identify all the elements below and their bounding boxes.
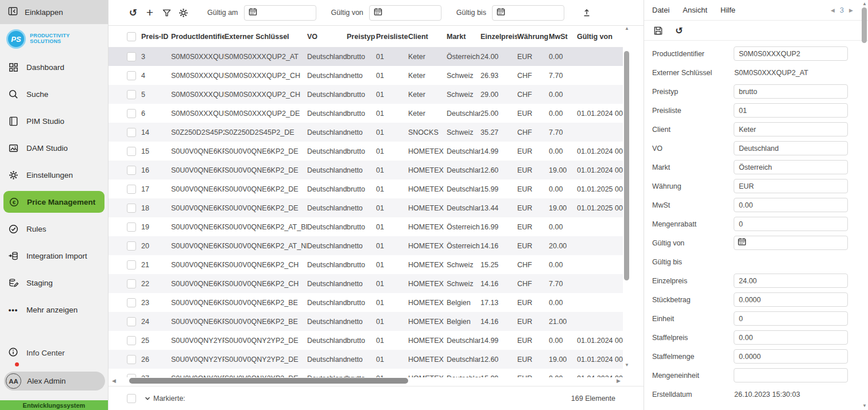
menu-datei[interactable]: Datei <box>652 6 669 14</box>
chevron-down-icon[interactable] <box>144 395 151 402</box>
column-header-productidentifier[interactable]: ProductIdentifier <box>171 33 224 41</box>
column-header-waehrung[interactable]: Währung <box>517 33 549 41</box>
filter-icon[interactable] <box>159 5 174 20</box>
sidebar-item-staging[interactable]: Staging <box>0 270 108 296</box>
scroll-down-icon[interactable]: ▼ <box>623 362 631 368</box>
sidebar-item-suche[interactable]: Suche <box>0 81 108 108</box>
table-row[interactable]: 25S0U0V0QNY2YP2S0U0V0QNY2YP2_DEDeutschla… <box>108 331 623 350</box>
settings-icon[interactable] <box>176 5 191 20</box>
footer-checkbox[interactable] <box>127 394 136 403</box>
sidebar-item-dam-studio[interactable]: DAM Studio <box>0 135 108 162</box>
menu-ansicht[interactable]: Ansicht <box>683 6 707 14</box>
panel-scrollbar[interactable]: ▲ ▼ <box>861 0 868 410</box>
row-checkbox[interactable] <box>127 166 136 175</box>
table-row[interactable]: 26S0U0V0QNY2YP2S0U0V0QNY2YP2_DEDeutschla… <box>108 350 623 369</box>
save-icon[interactable] <box>652 25 664 36</box>
row-checkbox[interactable] <box>127 204 136 213</box>
markt-input[interactable] <box>734 160 848 174</box>
gueltig-von-date-input[interactable] <box>734 236 848 250</box>
column-header-client[interactable]: Client <box>408 33 447 41</box>
column-header-preistyp[interactable]: Preistyp <box>347 33 376 41</box>
row-checkbox[interactable] <box>127 336 136 345</box>
table-row[interactable]: 21S0U0V0QNE6KP2S0U0V0QNE6KP2_CHDeutschla… <box>108 255 623 274</box>
table-row[interactable]: 23S0U0V0QNE6KP2S0U0V0QNE6KP2_BEDeutschla… <box>108 293 623 312</box>
einheit-input[interactable] <box>734 311 848 326</box>
horizontal-scrollbar-thumb[interactable] <box>129 378 408 384</box>
vo-input[interactable] <box>734 141 848 155</box>
column-header-mwst[interactable]: MwSt <box>549 33 577 41</box>
refresh-icon[interactable]: ↺ <box>673 25 685 36</box>
column-header-vo[interactable]: VO <box>307 33 347 41</box>
upload-icon[interactable] <box>579 5 594 20</box>
sidebar-item-rules[interactable]: Rules <box>0 216 108 243</box>
row-checkbox[interactable] <box>127 355 136 364</box>
menu-hilfe[interactable]: Hilfe <box>720 6 735 14</box>
sidebar-item-dashboard[interactable]: Dashboard <box>0 54 108 81</box>
column-header-einzelpreis[interactable]: Einzelpreis <box>480 33 517 41</box>
table-row[interactable]: 4S0M0S0XXXQUP2S0M0S0XXXQUP2_CHDeutschlan… <box>108 66 623 85</box>
column-header-markt[interactable]: Markt <box>447 33 480 41</box>
staffelpreis-input[interactable] <box>734 330 848 345</box>
column-header-preisliste[interactable]: Preisliste <box>376 33 408 41</box>
mengeneinheit-input[interactable] <box>734 368 848 382</box>
table-row[interactable]: 17S0U0V0QNE6KP2S0U0V0QNE6KP2_DEDeutschla… <box>108 179 623 198</box>
scroll-up-icon[interactable]: ▲ <box>623 26 631 32</box>
row-checkbox[interactable] <box>127 260 136 270</box>
sidebar-item-mehr-anzeigen[interactable]: •••Mehr anzeigen <box>0 296 108 323</box>
mwst-input[interactable] <box>734 198 848 212</box>
table-row[interactable]: 14S0Z250D2S45P2S0Z250D2S45P2_DEDeutschla… <box>108 123 623 142</box>
row-checkbox[interactable] <box>127 222 136 232</box>
table-row[interactable]: 24S0U0V0QNE6KP2S0U0V0QNE6KP2_BEDeutschla… <box>108 312 623 331</box>
user-menu[interactable]: AA Alex Admin <box>4 372 105 391</box>
row-checkbox[interactable] <box>127 147 136 156</box>
row-checkbox[interactable] <box>127 90 136 99</box>
select-all-checkbox[interactable] <box>127 32 136 41</box>
mengenrabatt-input[interactable] <box>734 217 848 231</box>
gueltig-von-date-input[interactable] <box>369 5 441 21</box>
row-checkbox[interactable] <box>127 52 136 61</box>
row-checkbox[interactable] <box>127 109 136 118</box>
waehrung-input[interactable] <box>734 179 848 193</box>
table-row[interactable]: 27S0U0V0QNY2YP2S0U0V0QNY2YP2_DEDeutschla… <box>108 369 623 377</box>
horizontal-scrollbar[interactable]: ◀ ▶ <box>111 377 625 385</box>
row-checkbox[interactable] <box>127 298 136 307</box>
panel-scrollbar-thumb[interactable] <box>862 7 867 43</box>
row-checkbox[interactable] <box>127 185 136 194</box>
scroll-down-icon[interactable]: ▼ <box>861 403 868 409</box>
client-input[interactable] <box>734 122 848 136</box>
pager-next-icon[interactable]: ▶ <box>849 7 853 13</box>
row-checkbox[interactable] <box>127 279 136 288</box>
table-row[interactable]: 16S0U0V0QNE6KP2S0U0V0QNE6KP2_DEDeutschla… <box>108 161 623 179</box>
scroll-right-icon[interactable]: ▶ <box>617 378 621 384</box>
add-icon[interactable]: + <box>142 5 157 20</box>
scroll-up-icon[interactable]: ▲ <box>861 1 868 7</box>
table-row[interactable]: 19S0U0V0QNE6KP2S0U0V0QNE6KP2_AT_BRUTTODe… <box>108 217 623 236</box>
sidebar-item-price-management[interactable]: €Price Management <box>3 191 104 213</box>
gueltig-am-date-input[interactable] <box>244 5 316 21</box>
productidentifier-input[interactable] <box>734 46 848 61</box>
row-checkbox[interactable] <box>127 317 136 326</box>
scroll-left-icon[interactable]: ◀ <box>112 378 116 384</box>
pager-prev-icon[interactable]: ◀ <box>831 7 835 13</box>
stueckbetrag-input[interactable] <box>734 292 848 307</box>
table-row[interactable]: 20S0U0V0QNE6KP2S0U0V0QNE6KP2_AT_NETTODeu… <box>108 236 623 255</box>
vertical-scrollbar[interactable]: ▲ ▼ <box>623 26 631 368</box>
column-header-gueltig-von[interactable]: Gültig von <box>577 33 623 41</box>
column-header-externer-schluessel[interactable]: Externer Schlüssel <box>224 33 307 41</box>
table-row[interactable]: 15S0U0V0QNE6KP2S0U0V0QNE6KP2_DEDeutschla… <box>108 142 623 161</box>
sidebar-item-einstellungen[interactable]: Einstellungen <box>0 162 108 189</box>
row-checkbox[interactable] <box>127 241 136 251</box>
sidebar-item-pim-studio[interactable]: PIM Studio <box>0 108 108 135</box>
column-header-preis-id[interactable]: Preis-ID <box>141 33 171 41</box>
row-checkbox[interactable] <box>127 128 136 137</box>
staffelmenge-input[interactable] <box>734 349 848 364</box>
table-row[interactable]: 5S0M0S0XXXQUP2S0M0S0XXXQUP2_CHDeutschlan… <box>108 85 623 104</box>
preisliste-input[interactable] <box>734 103 848 118</box>
preistyp-input[interactable] <box>734 84 848 99</box>
collapse-sidebar-button[interactable]: Einklappen <box>0 0 108 24</box>
table-row[interactable]: 3S0M0S0XXXQUP2S0M0S0XXXQUP2_ATDeutschlan… <box>108 47 623 66</box>
table-row[interactable]: 22S0U0V0QNE6KP2S0U0V0QNE6KP2_CHDeutschla… <box>108 274 623 293</box>
table-row[interactable]: 18S0U0V0QNE6KP2S0U0V0QNE6KP2_DEDeutschla… <box>108 198 623 217</box>
vertical-scrollbar-thumb[interactable] <box>624 51 629 280</box>
refresh-icon[interactable]: ↺ <box>126 5 141 20</box>
